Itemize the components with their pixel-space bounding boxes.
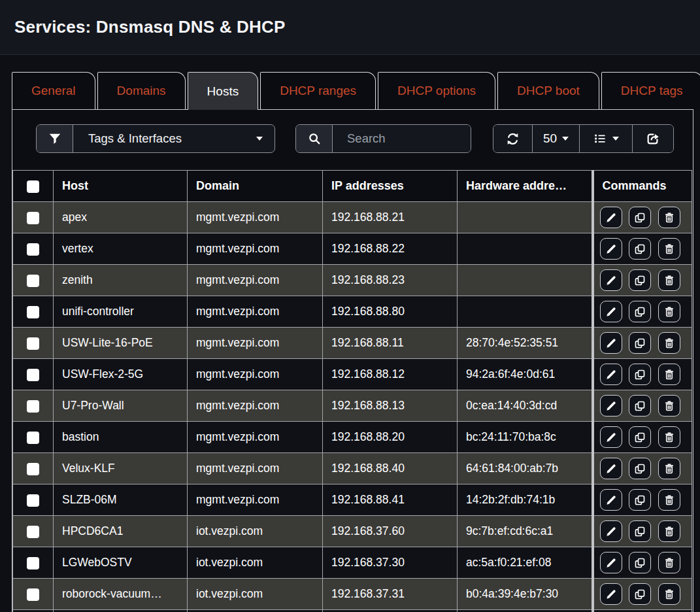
delete-button[interactable]	[658, 426, 680, 448]
table-row: apex mgmt.vezpi.com 192.168.88.21	[13, 202, 692, 233]
commands-cell	[593, 453, 692, 484]
delete-button[interactable]	[658, 301, 680, 322]
column-header-host[interactable]: Host	[54, 171, 188, 202]
copy-icon	[633, 588, 646, 601]
edit-button[interactable]	[600, 332, 622, 354]
edit-button[interactable]	[600, 269, 622, 291]
delete-button[interactable]	[658, 238, 680, 260]
row-checkbox[interactable]	[27, 432, 39, 444]
funnel-icon	[48, 131, 62, 146]
copy-button[interactable]	[629, 426, 651, 448]
chevron-down-icon	[562, 137, 569, 141]
refresh-button[interactable]	[493, 125, 533, 152]
delete-button[interactable]	[658, 552, 680, 573]
host-cell: Velux-KLF	[54, 453, 188, 484]
pencil-icon	[605, 588, 618, 601]
edit-button[interactable]	[600, 552, 622, 573]
edit-button[interactable]	[600, 207, 622, 228]
tab-hosts[interactable]: Hosts	[188, 72, 259, 110]
row-checkbox[interactable]	[27, 557, 39, 570]
edit-button[interactable]	[600, 583, 622, 605]
edit-button[interactable]	[600, 458, 622, 479]
delete-button[interactable]	[658, 395, 680, 416]
row-select-cell	[13, 202, 54, 233]
hardware-address-cell: 64:61:84:00:ab:7b	[458, 453, 593, 484]
delete-button[interactable]	[658, 458, 680, 479]
tab-dhcp-ranges[interactable]: DHCP ranges	[260, 72, 376, 109]
column-header-domain[interactable]: Domain	[188, 171, 323, 202]
row-checkbox[interactable]	[27, 212, 39, 224]
copy-button[interactable]	[629, 583, 651, 605]
row-checkbox[interactable]	[27, 400, 39, 413]
search-input[interactable]	[333, 125, 471, 152]
pencil-icon	[605, 400, 618, 413]
export-button[interactable]	[633, 125, 673, 152]
trash-icon	[663, 337, 676, 350]
hardware-address-cell: 9c:7b:ef:cd:6c:a1	[458, 516, 593, 547]
edit-button[interactable]	[600, 520, 622, 542]
row-checkbox[interactable]	[27, 337, 39, 350]
select-all-checkbox[interactable]	[27, 180, 39, 193]
delete-button[interactable]	[658, 520, 680, 542]
row-checkbox[interactable]	[27, 275, 39, 287]
edit-button[interactable]	[600, 489, 622, 511]
tab-dhcp-options[interactable]: DHCP options	[378, 72, 495, 109]
edit-button[interactable]	[600, 364, 622, 385]
page-size-button[interactable]: 50	[533, 125, 580, 152]
copy-button[interactable]	[629, 207, 651, 228]
chevron-down-icon	[612, 137, 619, 141]
tab-dhcp-tags[interactable]: DHCP tags	[601, 72, 700, 109]
delete-button[interactable]	[658, 332, 680, 354]
delete-button[interactable]	[658, 269, 680, 291]
copy-button[interactable]	[629, 301, 651, 322]
tab-domains[interactable]: Domains	[97, 72, 186, 109]
commands-cell	[593, 579, 692, 610]
copy-button[interactable]	[629, 520, 651, 542]
row-checkbox[interactable]	[27, 306, 39, 318]
tab-dhcp-boot[interactable]: DHCP boot	[497, 72, 599, 109]
copy-button[interactable]	[629, 395, 651, 416]
row-checkbox[interactable]	[27, 494, 39, 507]
copy-button[interactable]	[629, 269, 651, 291]
host-cell: USW-Flex-2-5G	[54, 359, 188, 390]
copy-button[interactable]	[629, 552, 651, 573]
tab-general[interactable]: General	[12, 72, 95, 109]
page-header: Services: Dnsmasq DNS & DHCP	[0, 0, 700, 55]
commands-cell	[593, 610, 692, 612]
copy-button[interactable]	[629, 458, 651, 479]
column-header-hardware[interactable]: Hardware addre…	[458, 171, 593, 202]
row-checkbox[interactable]	[27, 526, 39, 538]
edit-button[interactable]	[600, 238, 622, 260]
delete-button[interactable]	[658, 489, 680, 511]
copy-button[interactable]	[629, 364, 651, 385]
filter-dropdown[interactable]: Tags & Interfaces	[73, 125, 275, 152]
copy-button[interactable]	[629, 489, 651, 511]
copy-button[interactable]	[629, 238, 651, 260]
column-select-button[interactable]	[580, 125, 633, 152]
ip-cell: 192.168.88.41	[323, 484, 458, 516]
trash-icon	[663, 400, 676, 413]
search-button[interactable]	[296, 125, 333, 152]
filter-button[interactable]	[37, 125, 73, 152]
ip-cell: 192.168.88.13	[323, 390, 458, 422]
row-select-cell	[13, 265, 54, 296]
row-checkbox[interactable]	[27, 369, 39, 381]
edit-button[interactable]	[600, 301, 622, 322]
row-checkbox[interactable]	[27, 463, 39, 475]
table-row: HPCD6CA1 iot.vezpi.com 192.168.37.60 9c:…	[13, 516, 692, 547]
host-cell: vertex	[54, 233, 188, 265]
column-header-ip[interactable]: IP addresses	[323, 171, 458, 202]
list-icon	[593, 131, 607, 146]
edit-button[interactable]	[600, 395, 622, 416]
commands-cell	[593, 328, 692, 359]
copy-button[interactable]	[629, 332, 651, 354]
copy-icon	[633, 337, 646, 350]
row-checkbox[interactable]	[27, 588, 39, 601]
edit-button[interactable]	[600, 426, 622, 448]
delete-button[interactable]	[658, 207, 680, 228]
delete-button[interactable]	[658, 364, 680, 385]
delete-button[interactable]	[658, 583, 680, 605]
row-checkbox[interactable]	[27, 243, 39, 256]
commands-cell	[593, 547, 692, 579]
table-row: SLZB-06M mgmt.vezpi.com 192.168.88.41 14…	[13, 484, 692, 516]
